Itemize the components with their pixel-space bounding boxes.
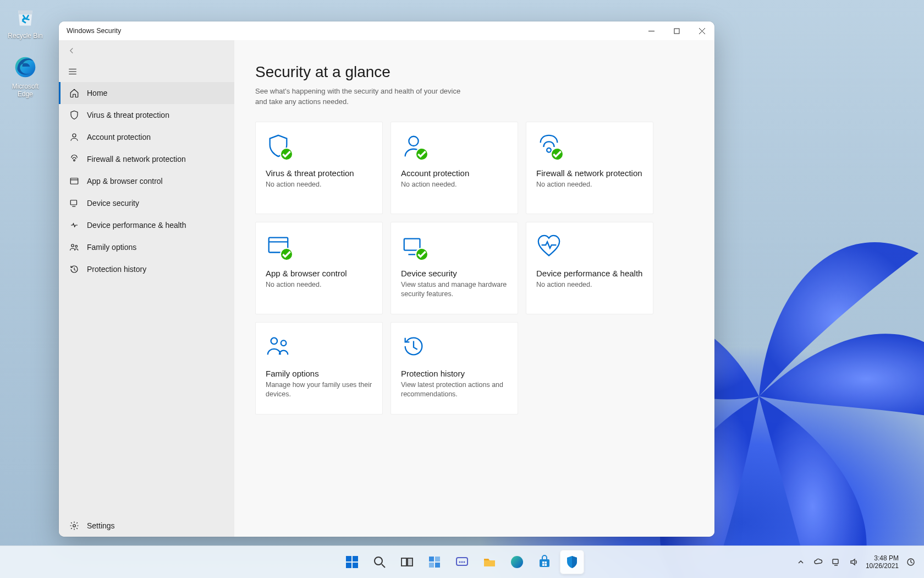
sidebar-item-settings[interactable]: Settings bbox=[59, 515, 234, 537]
svg-rect-29 bbox=[542, 561, 544, 564]
app-browser-icon bbox=[266, 233, 291, 259]
card-sub: No action needed. bbox=[536, 180, 643, 190]
page-title: Security at a glance bbox=[255, 63, 714, 81]
widgets-button[interactable] bbox=[422, 550, 447, 574]
svg-point-3 bbox=[74, 160, 75, 161]
card-title: App & browser control bbox=[266, 269, 372, 278]
maximize-button[interactable] bbox=[664, 21, 689, 40]
sidebar-item-label: Device performance & health bbox=[87, 221, 186, 230]
desktop-icon-label: Microsoft Edge bbox=[12, 83, 39, 98]
taskbar[interactable]: 3:48 PM 10/26/2021 bbox=[0, 546, 924, 578]
svg-rect-22 bbox=[429, 557, 434, 561]
taskview-button[interactable] bbox=[395, 550, 419, 574]
back-button[interactable] bbox=[59, 40, 234, 61]
card-sub: Manage how your family uses their device… bbox=[266, 380, 372, 400]
card-firewall[interactable]: Firewall & network protection No action … bbox=[526, 122, 653, 214]
minimize-button[interactable] bbox=[639, 21, 664, 40]
system-tray[interactable]: 3:48 PM 10/26/2021 bbox=[795, 554, 924, 570]
desktop-icon-edge[interactable]: Microsoft Edge bbox=[3, 54, 47, 98]
card-family[interactable]: Family options Manage how your family us… bbox=[255, 322, 383, 415]
sidebar-item-label: Virus & threat protection bbox=[87, 111, 169, 119]
svg-rect-18 bbox=[353, 563, 358, 568]
sidebar-item-virus[interactable]: Virus & threat protection bbox=[59, 104, 234, 126]
card-account[interactable]: Account protection No action needed. bbox=[391, 122, 518, 214]
svg-rect-33 bbox=[833, 559, 838, 564]
status-ok-badge bbox=[280, 248, 293, 261]
device-icon bbox=[401, 233, 426, 259]
page-subheading: See what's happening with the security a… bbox=[255, 86, 464, 107]
svg-rect-28 bbox=[540, 559, 549, 567]
hamburger-button[interactable] bbox=[59, 61, 234, 82]
sidebar: Home Virus & threat protection Account p… bbox=[59, 40, 234, 537]
svg-rect-15 bbox=[346, 556, 351, 561]
family-icon bbox=[266, 334, 291, 359]
tray-network-icon[interactable] bbox=[831, 557, 842, 568]
status-ok-badge bbox=[551, 148, 564, 161]
close-button[interactable] bbox=[689, 21, 714, 40]
sidebar-item-performance[interactable]: Device performance & health bbox=[59, 214, 234, 236]
svg-rect-21 bbox=[408, 558, 413, 566]
sidebar-item-label: App & browser control bbox=[87, 177, 163, 186]
sidebar-item-label: Settings bbox=[87, 521, 115, 530]
svg-point-27 bbox=[511, 556, 523, 568]
card-title: Virus & threat protection bbox=[266, 168, 372, 178]
search-button[interactable] bbox=[367, 550, 392, 574]
sidebar-item-app-browser[interactable]: App & browser control bbox=[59, 170, 234, 192]
card-performance[interactable]: Device performance & health No action ne… bbox=[526, 222, 653, 314]
card-sub: No action needed. bbox=[401, 180, 508, 190]
sidebar-item-family[interactable]: Family options bbox=[59, 236, 234, 258]
edge-button[interactable] bbox=[505, 550, 529, 574]
titlebar[interactable]: Windows Security bbox=[59, 21, 714, 40]
sidebar-item-history[interactable]: Protection history bbox=[59, 258, 234, 280]
svg-point-2 bbox=[73, 134, 76, 137]
svg-point-7 bbox=[75, 246, 78, 248]
tray-volume-icon[interactable] bbox=[848, 557, 859, 568]
svg-rect-20 bbox=[402, 558, 406, 566]
status-ok-badge bbox=[415, 148, 428, 161]
card-title: Protection history bbox=[401, 369, 508, 378]
sidebar-item-label: Account protection bbox=[87, 133, 151, 141]
status-ok-badge bbox=[415, 248, 428, 261]
gear-icon bbox=[69, 521, 79, 531]
windows-security-button[interactable] bbox=[560, 550, 584, 574]
svg-rect-24 bbox=[429, 563, 434, 568]
sidebar-item-firewall[interactable]: Firewall & network protection bbox=[59, 148, 234, 170]
svg-rect-32 bbox=[545, 564, 547, 566]
sidebar-item-account[interactable]: Account protection bbox=[59, 126, 234, 148]
person-icon bbox=[69, 132, 79, 142]
status-ok-badge bbox=[280, 148, 293, 161]
svg-point-6 bbox=[72, 244, 74, 247]
firewall-icon bbox=[536, 133, 562, 159]
svg-rect-4 bbox=[70, 178, 78, 184]
svg-point-10 bbox=[547, 148, 551, 152]
desktop-icon-recycle-bin[interactable]: Recycle Bin bbox=[3, 3, 47, 40]
tray-date: 10/26/2021 bbox=[866, 562, 899, 570]
tray-chevron-icon[interactable] bbox=[795, 557, 806, 568]
card-sub: No action needed. bbox=[536, 280, 643, 290]
card-title: Device performance & health bbox=[536, 269, 643, 278]
sidebar-item-label: Family options bbox=[87, 243, 136, 252]
person-icon bbox=[401, 133, 426, 159]
taskbar-center bbox=[340, 550, 584, 574]
file-explorer-button[interactable] bbox=[477, 550, 502, 574]
history-icon bbox=[69, 264, 79, 274]
card-virus-threat[interactable]: Virus & threat protection No action need… bbox=[255, 122, 383, 214]
sidebar-item-device-security[interactable]: Device security bbox=[59, 192, 234, 214]
desktop[interactable]: Recycle Bin Microsoft Edge Windows Secur… bbox=[0, 0, 924, 578]
card-history[interactable]: Protection history View latest protectio… bbox=[391, 322, 518, 415]
sidebar-item-label: Home bbox=[87, 89, 107, 97]
tray-clock[interactable]: 3:48 PM 10/26/2021 bbox=[866, 554, 899, 570]
sidebar-item-home[interactable]: Home bbox=[59, 82, 234, 104]
firewall-icon bbox=[69, 154, 79, 164]
svg-point-19 bbox=[375, 557, 382, 565]
main-content: Security at a glance See what's happenin… bbox=[234, 40, 714, 537]
window-title: Windows Security bbox=[67, 27, 121, 35]
chat-button[interactable] bbox=[450, 550, 474, 574]
tray-notifications-icon[interactable] bbox=[905, 557, 916, 568]
svg-rect-31 bbox=[542, 564, 544, 566]
store-button[interactable] bbox=[532, 550, 557, 574]
tray-onedrive-icon[interactable] bbox=[813, 557, 824, 568]
card-device-security[interactable]: Device security View status and manage h… bbox=[391, 222, 518, 314]
start-button[interactable] bbox=[340, 550, 364, 574]
card-app-browser[interactable]: App & browser control No action needed. bbox=[255, 222, 383, 314]
